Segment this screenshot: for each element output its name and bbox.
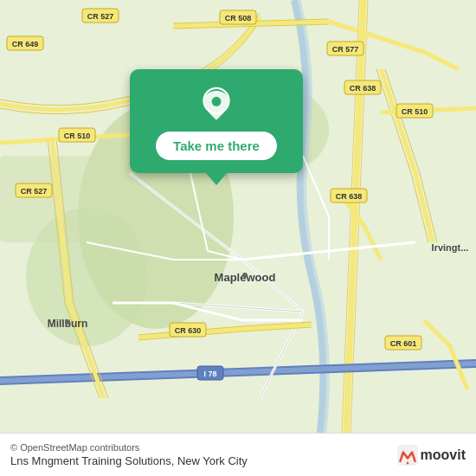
- svg-text:I 78: I 78: [203, 370, 216, 378]
- svg-text:CR 510: CR 510: [64, 132, 91, 140]
- take-me-there-button[interactable]: Take me there: [156, 132, 277, 160]
- moovit-label: moovit: [421, 447, 466, 463]
- map-container: CR 527 CR 508 CR 577 CR 649 CR 638 CR 51…: [0, 0, 476, 433]
- moovit-icon: [397, 445, 418, 466]
- svg-point-30: [242, 273, 248, 278]
- svg-text:Irvingt...: Irvingt...: [432, 242, 469, 253]
- svg-text:CR 638: CR 638: [336, 192, 363, 201]
- svg-text:CR 527: CR 527: [87, 12, 114, 21]
- svg-text:CR 508: CR 508: [225, 14, 252, 23]
- attribution-text: © OpenStreetMap contributors: [10, 442, 248, 453]
- bottom-bar: © OpenStreetMap contributors Lns Mngment…: [0, 433, 476, 476]
- svg-text:CR 510: CR 510: [402, 107, 428, 116]
- svg-rect-3: [0, 156, 104, 242]
- location-title: Lns Mngment Training Solutions, New York…: [10, 454, 248, 467]
- svg-point-32: [65, 319, 70, 325]
- svg-text:CR 630: CR 630: [175, 326, 202, 335]
- svg-text:CR 638: CR 638: [350, 84, 376, 93]
- svg-text:CR 577: CR 577: [332, 45, 359, 54]
- location-pin-icon: [199, 87, 234, 121]
- bottom-left-section: © OpenStreetMap contributors Lns Mngment…: [10, 442, 248, 467]
- svg-text:CR 527: CR 527: [21, 187, 48, 196]
- svg-text:CR 649: CR 649: [12, 40, 39, 48]
- svg-text:CR 601: CR 601: [390, 339, 417, 348]
- popup-card: Take me there: [130, 69, 303, 173]
- svg-point-36: [212, 97, 222, 106]
- moovit-logo: moovit: [397, 445, 466, 466]
